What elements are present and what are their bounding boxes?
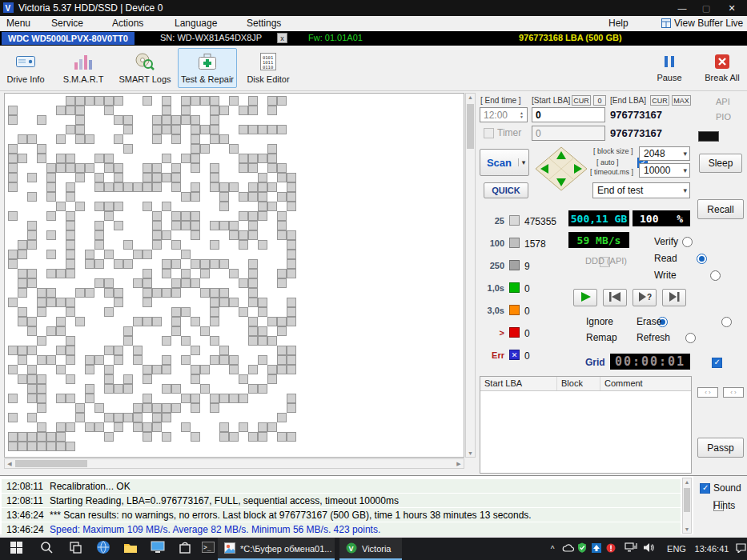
close-button[interactable]: ✕ [720, 0, 744, 16]
end-lba-cur-button[interactable]: CUR [650, 95, 669, 106]
start-lba-input[interactable]: 0 [532, 107, 605, 122]
head-stepper-left[interactable]: ‹ › [697, 387, 718, 398]
scan-block-cell [104, 163, 114, 173]
pause-button[interactable]: Pause [649, 48, 689, 88]
tray-shield-icon[interactable] [575, 538, 589, 560]
scroll-left-icon[interactable]: ◀ [6, 461, 13, 467]
scroll-down-icon[interactable]: ▼ [466, 450, 475, 456]
drive-model[interactable]: WDC WD5000LPVX-80V0TT0 [2, 32, 135, 45]
scroll-up-icon[interactable]: ▲ [466, 94, 475, 100]
end-lba-max-button[interactable]: MAX [672, 95, 691, 106]
maximize-button[interactable]: ▢ [694, 0, 718, 16]
tray-network-icon[interactable] [623, 538, 639, 560]
taskbar-clock[interactable]: 13:46:41 [690, 538, 733, 560]
scan-block-cell [210, 125, 219, 134]
write-radio[interactable] [710, 270, 721, 281]
scan-block-cell [162, 125, 171, 134]
passp-button[interactable]: Passp [697, 438, 744, 458]
taskbar-search-button[interactable] [32, 538, 61, 560]
spin-down-icon[interactable]: ▼ [520, 115, 524, 119]
head-stepper-right[interactable]: ‹ › [723, 387, 744, 398]
timeout-select[interactable]: 10000 ▾ [639, 163, 690, 178]
read-radio[interactable] [697, 254, 707, 264]
recall-button[interactable]: Recall [697, 199, 744, 219]
start-lba-cur-button[interactable]: CUR [572, 95, 591, 106]
smart-logs-button[interactable]: SMART Logs [115, 48, 175, 88]
end-time-spinner[interactable]: 12:00 ▲ ▼ [480, 107, 528, 122]
map-hscroll-thumb[interactable] [15, 460, 87, 467]
scan-block-cell [133, 317, 143, 326]
log-scroll-thumb[interactable] [684, 488, 690, 512]
scan-block-cell [171, 154, 181, 163]
start-button[interactable] [0, 538, 32, 560]
col-start-lba[interactable]: Start LBA [480, 377, 557, 390]
sound-checkbox[interactable] [700, 483, 710, 494]
drive-info-button[interactable]: Drive Info [2, 48, 50, 88]
scan-block-cell [8, 384, 18, 394]
scan-dropdown-icon[interactable]: ▾ [518, 158, 528, 166]
minimize-button[interactable]: — [670, 0, 694, 16]
taskbar-app-console[interactable]: >_ [199, 538, 218, 560]
taskbar-window-clipboard[interactable]: *C:\Буфер обмена01... [218, 538, 335, 560]
map-vscroll-thumb[interactable] [467, 104, 474, 149]
taskbar-window-victoria[interactable]: V Victoria [339, 538, 402, 560]
task-view-button[interactable] [61, 538, 90, 560]
skip-to-end-button[interactable] [662, 289, 686, 306]
end-of-test-select[interactable]: End of test ▾ [592, 182, 690, 198]
scan-button[interactable]: Scan ▾ [480, 149, 529, 176]
taskbar-app-monitor[interactable] [144, 538, 171, 560]
action-center-button[interactable] [735, 538, 747, 560]
timer-value-input[interactable]: 0 [532, 126, 605, 141]
scan-block-cell [200, 326, 210, 336]
tray-update-icon[interactable] [589, 538, 604, 560]
tray-alert-icon[interactable] [604, 538, 618, 560]
scan-block-cell [46, 211, 56, 221]
tray-cloud-icon[interactable] [560, 538, 575, 560]
scroll-right-icon[interactable]: ▶ [456, 461, 462, 467]
tray-expand-button[interactable]: ^ [546, 538, 559, 560]
menu-item-settings[interactable]: Settings [247, 18, 281, 29]
taskbar-app-explorer[interactable] [117, 538, 144, 560]
test-repair-button[interactable]: Test & Repair [178, 48, 237, 88]
latency-3s-label: 3,0s [479, 306, 504, 315]
smart-button[interactable]: S.M.A.R.T [56, 48, 110, 88]
taskbar-app-browser[interactable] [90, 538, 117, 560]
jump-forward-button[interactable]: ? [633, 289, 657, 306]
menu-item-help[interactable]: Help [608, 18, 629, 29]
log-scroll-down-icon[interactable]: ▼ [683, 526, 691, 532]
seek-joystick[interactable] [534, 146, 588, 195]
menu-item-actions[interactable]: Actions [112, 18, 143, 29]
view-buffer-live-label[interactable]: View Buffer Live [674, 18, 743, 29]
buffer-view-icon[interactable] [661, 18, 671, 30]
start-lba-zero-button[interactable]: 0 [593, 95, 606, 106]
map-horizontal-scrollbar[interactable]: ◀ ▶ [4, 458, 464, 469]
start-scan-button[interactable] [573, 289, 597, 306]
block-size-select[interactable]: 2048 ▾ [639, 146, 690, 161]
scan-block-cell [133, 221, 143, 230]
remap-radio[interactable] [685, 333, 696, 343]
col-block[interactable]: Block [557, 377, 600, 390]
timer-end-lba-value[interactable]: 976773167 [610, 127, 662, 139]
break-all-button[interactable]: Break All [699, 48, 745, 88]
menu-item-service[interactable]: Service [51, 18, 83, 29]
timer-checkbox[interactable] [484, 128, 494, 138]
end-lba-value[interactable]: 976773167 [610, 109, 662, 121]
menu-item-menu[interactable]: Menu [6, 18, 30, 29]
scan-block-cell [114, 384, 123, 394]
step-back-button[interactable] [603, 289, 627, 306]
language-indicator[interactable]: ENG [665, 538, 689, 560]
quick-button[interactable]: QUICK [484, 182, 528, 198]
disk-editor-button[interactable]: 010110110110 Disk Editor [242, 48, 295, 88]
log-scroll-up-icon[interactable]: ▲ [683, 479, 691, 485]
tray-volume-icon[interactable] [641, 538, 657, 560]
map-vertical-scrollbar[interactable]: ▲ ▼ [465, 93, 476, 458]
menu-item-language[interactable]: Language [175, 18, 217, 29]
log-scrollbar[interactable]: ▲ ▼ [682, 478, 692, 534]
grid-checkbox[interactable] [712, 358, 722, 368]
sleep-button[interactable]: Sleep [699, 154, 742, 173]
drive-close-icon[interactable]: x [277, 33, 287, 43]
col-comment[interactable]: Comment [600, 377, 691, 390]
erase-radio[interactable] [721, 317, 732, 327]
verify-radio[interactable] [682, 237, 693, 247]
taskbar-app-store[interactable] [171, 538, 199, 560]
